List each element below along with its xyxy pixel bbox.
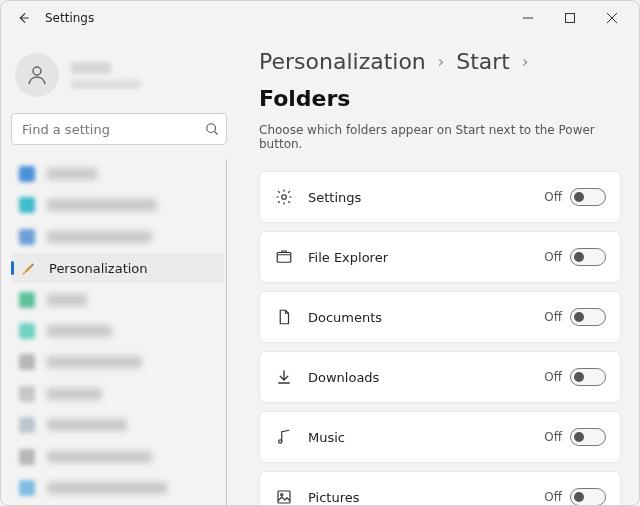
downloads-icon [274,367,294,387]
folder-label: File Explorer [308,250,388,265]
window-title: Settings [45,11,94,25]
chevron-right-icon: › [522,52,528,71]
sidebar-item-label [47,388,102,400]
close-icon [607,13,617,23]
sidebar-item-label [47,482,167,494]
folder-label: Music [308,430,345,445]
nav-icon [19,197,35,213]
svg-point-7 [281,494,283,496]
sidebar-item-label [47,419,127,431]
sidebar-item-label: Personalization [49,261,148,276]
sidebar-item-label [47,294,87,306]
nav-icon [19,417,35,433]
toggle-state-label: Off [544,430,562,444]
window-controls [507,3,633,33]
svg-point-2 [207,124,216,133]
folder-label: Pictures [308,490,359,505]
folder-label: Documents [308,310,382,325]
breadcrumb-current: Folders [259,86,350,111]
nav-icon [19,323,35,339]
folder-row-music: MusicOff [259,411,621,463]
toggle-file-explorer[interactable] [570,248,606,266]
breadcrumb-root[interactable]: Personalization [259,49,426,74]
toggle-state-label: Off [544,370,562,384]
nav-icon [19,166,35,182]
toggle-state-label: Off [544,190,562,204]
sidebar-item[interactable] [11,474,224,503]
folder-row-downloads: DownloadsOff [259,351,621,403]
music-icon [274,427,294,447]
minimize-icon [523,13,533,23]
search-icon [205,122,219,136]
sidebar-item-label [47,168,97,180]
user-info [71,62,141,89]
toggle-state-label: Off [544,490,562,504]
sidebar-item-label [47,356,142,368]
settings-window: Settings Personalization [0,0,640,506]
nav-icon [19,480,35,496]
person-icon [25,63,49,87]
minimize-button[interactable] [507,3,549,33]
nav-icon [19,292,35,308]
toggle-music[interactable] [570,428,606,446]
sidebar-item[interactable] [11,222,224,251]
back-button[interactable] [7,2,39,34]
sidebar-item[interactable] [11,316,224,345]
sidebar-item[interactable] [11,190,224,219]
breadcrumb-mid[interactable]: Start [456,49,510,74]
breadcrumb: Personalization › Start › Folders [259,49,621,111]
maximize-icon [565,13,575,23]
brush-icon [19,259,37,277]
chevron-right-icon: › [438,52,444,71]
sidebar-item[interactable] [11,159,224,188]
search-input[interactable] [11,113,227,145]
folder-row-file-explorer: File ExplorerOff [259,231,621,283]
toggle-state-label: Off [544,250,562,264]
sidebar-item[interactable] [11,379,224,408]
folder-row-pictures: PicturesOff [259,471,621,505]
nav-icon [19,449,35,465]
nav-icon [19,386,35,402]
settings-icon [274,187,294,207]
toggle-pictures[interactable] [570,488,606,505]
close-button[interactable] [591,3,633,33]
svg-point-5 [279,440,282,443]
toggle-state-label: Off [544,310,562,324]
sidebar-item-personalization[interactable]: Personalization [11,253,224,282]
svg-point-3 [282,195,287,200]
sidebar-item-label [47,231,152,243]
folder-row-settings: SettingsOff [259,171,621,223]
svg-rect-6 [278,491,290,503]
folder-row-documents: DocumentsOff [259,291,621,343]
sidebar-item-label [47,451,152,463]
folder-label: Settings [308,190,361,205]
sidebar-item[interactable] [11,348,224,377]
arrow-left-icon [16,11,30,25]
file-explorer-icon [274,247,294,267]
sidebar-item-label [47,199,157,211]
svg-point-1 [33,67,41,75]
documents-icon [274,307,294,327]
toggle-downloads[interactable] [570,368,606,386]
nav-icon [19,229,35,245]
toggle-documents[interactable] [570,308,606,326]
content-area: Personalization › Start › Folders Choose… [237,35,639,505]
maximize-button[interactable] [549,3,591,33]
pictures-icon [274,487,294,505]
avatar [15,53,59,97]
user-header[interactable] [11,43,227,113]
sidebar: Personalization [1,35,237,505]
toggle-settings[interactable] [570,188,606,206]
folder-label: Downloads [308,370,379,385]
sidebar-item[interactable] [11,285,224,314]
svg-rect-4 [277,253,291,263]
nav-icon [19,354,35,370]
sidebar-item[interactable] [11,442,224,471]
sidebar-item-label [47,325,112,337]
page-subtitle: Choose which folders appear on Start nex… [259,123,621,151]
titlebar: Settings [1,1,639,35]
sidebar-item[interactable] [11,411,224,440]
svg-rect-0 [566,14,575,23]
